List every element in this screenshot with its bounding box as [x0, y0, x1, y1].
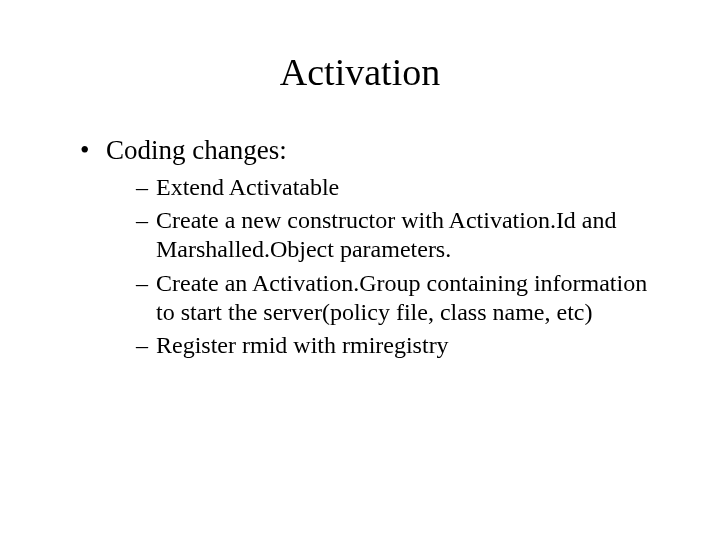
bullet-text: Extend Activatable: [156, 174, 339, 200]
bullet-text: Coding changes:: [106, 135, 287, 165]
bullet-text: Create a new constructor with Activation…: [156, 207, 617, 262]
bullet-list-level1: Coding changes: Extend Activatable Creat…: [80, 134, 670, 361]
bullet-text: Create an Activation.Group containing in…: [156, 270, 647, 325]
slide: Activation Coding changes: Extend Activa…: [0, 0, 720, 540]
list-item: Create a new constructor with Activation…: [136, 206, 670, 265]
slide-title: Activation: [50, 50, 670, 94]
list-item: Register rmid with rmiregistry: [136, 331, 670, 360]
list-item: Coding changes: Extend Activatable Creat…: [80, 134, 670, 361]
list-item: Create an Activation.Group containing in…: [136, 269, 670, 328]
list-item: Extend Activatable: [136, 173, 670, 202]
bullet-list-level2: Extend Activatable Create a new construc…: [136, 173, 670, 361]
bullet-text: Register rmid with rmiregistry: [156, 332, 449, 358]
